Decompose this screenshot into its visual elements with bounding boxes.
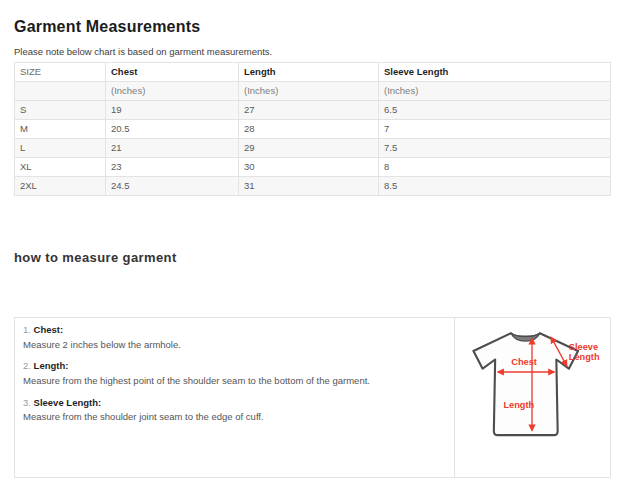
measurement-note: Please note below chart is based on garm…	[14, 46, 611, 57]
table-row: L21297.5	[15, 138, 611, 157]
tshirt-measurement-diagram: Chest Length Sleeve Length	[457, 322, 607, 472]
measure-item-title: 2. Length:	[23, 359, 446, 374]
size-table-units-row: (Inches)(Inches)(Inches)	[15, 81, 611, 100]
table-cell-size: XL	[15, 157, 106, 176]
table-cell-size: L	[15, 138, 106, 157]
size-table-header-row: SIZEChestLengthSleeve Length	[15, 62, 611, 81]
table-cell-sleeve: 7	[379, 119, 611, 138]
size-table-body: (Inches)(Inches)(Inches) S19276.5M20.528…	[15, 81, 611, 195]
tshirt-outline	[473, 333, 578, 435]
table-cell-sleeve: 7.5	[379, 138, 611, 157]
table-row: 2XL24.5318.5	[15, 176, 611, 195]
measure-item: 2. Length:Measure from the highest point…	[23, 359, 446, 387]
column-header: Length	[239, 62, 379, 81]
measure-instructions: 1. Chest:Measure 2 inches below the armh…	[15, 318, 454, 477]
page: Garment Measurements Please note below c…	[0, 19, 625, 478]
chest-arrow-label: Chest	[511, 357, 537, 367]
measure-item-number: 2.	[23, 360, 31, 371]
table-cell-length: 30	[239, 157, 379, 176]
table-cell-chest: 23	[106, 157, 239, 176]
measure-item-title: 1. Chest:	[23, 323, 446, 338]
table-cell-chest: 24.5	[106, 176, 239, 195]
sleeve-arrow-label-line2: Length	[569, 352, 600, 362]
table-cell-chest: 21	[106, 138, 239, 157]
measure-item-number: 3.	[23, 397, 31, 408]
table-row: M20.5287	[15, 119, 611, 138]
units-cell: (Inches)	[106, 81, 239, 100]
table-cell-sleeve: 6.5	[379, 100, 611, 119]
measure-item-label: Chest:	[34, 324, 64, 335]
measure-item: 3. Sleeve Length:Measure from the should…	[23, 396, 446, 424]
table-cell-length: 29	[239, 138, 379, 157]
units-cell: (Inches)	[239, 81, 379, 100]
measure-panel: 1. Chest:Measure 2 inches below the armh…	[14, 317, 611, 478]
measure-diagram-cell: Chest Length Sleeve Length	[454, 318, 610, 477]
table-cell-size: M	[15, 119, 106, 138]
measure-item-text: Measure 2 inches below the armhole.	[23, 338, 446, 352]
measure-item-label: Length:	[34, 360, 69, 371]
page-title: Garment Measurements	[14, 19, 611, 36]
table-cell-length: 27	[239, 100, 379, 119]
table-cell-chest: 19	[106, 100, 239, 119]
table-cell-chest: 20.5	[106, 119, 239, 138]
measure-item-label: Sleeve Length:	[34, 397, 102, 408]
table-cell-sleeve: 8	[379, 157, 611, 176]
table-row: S19276.5	[15, 100, 611, 119]
measure-section-heading: how to measure garment	[14, 250, 611, 265]
table-row: XL23308	[15, 157, 611, 176]
measure-item-number: 1.	[23, 324, 31, 335]
table-cell-sleeve: 8.5	[379, 176, 611, 195]
table-cell-length: 31	[239, 176, 379, 195]
measure-item-text: Measure from the highest point of the sh…	[23, 374, 446, 388]
sleeve-arrow-label-line1: Sleeve	[569, 341, 598, 351]
table-cell-size: 2XL	[15, 176, 106, 195]
measure-item-title: 3. Sleeve Length:	[23, 396, 446, 411]
table-cell-length: 28	[239, 119, 379, 138]
column-header: Chest	[106, 62, 239, 81]
size-chart-table: SIZEChestLengthSleeve Length (Inches)(In…	[14, 62, 611, 196]
measure-item-text: Measure from the shoulder joint seam to …	[23, 410, 446, 424]
column-header: Sleeve Length	[379, 62, 611, 81]
table-cell-size: S	[15, 100, 106, 119]
units-cell	[15, 81, 106, 100]
units-cell: (Inches)	[379, 81, 611, 100]
length-arrow-label: Length	[504, 400, 535, 410]
column-header: SIZE	[15, 62, 106, 81]
measure-item: 1. Chest:Measure 2 inches below the armh…	[23, 323, 446, 351]
